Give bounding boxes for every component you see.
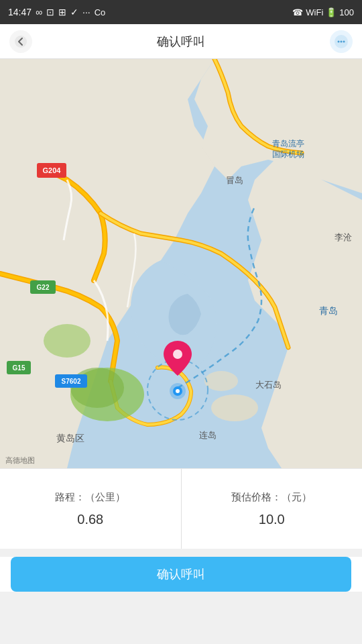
time: 14:47 [8,7,32,17]
svg-point-4 [343,40,345,42]
svg-point-36 [173,350,182,359]
signal-icon: ∞ [36,7,42,17]
svg-text:李沧: 李沧 [335,232,352,242]
confirm-button[interactable]: 确认呼叫 [11,557,351,592]
page-title: 确认呼叫 [157,34,205,50]
phone-icon: ☎ [292,7,303,17]
svg-text:G15: G15 [13,364,25,372]
battery-icon: 🔋 [326,7,337,17]
svg-point-3 [341,40,343,42]
check-icon: ✓ [70,7,78,17]
svg-text:连岛: 连岛 [199,430,217,440]
header: 确认呼叫 [0,24,362,59]
distance-value: 0.68 [77,512,103,527]
price-cell: 预估价格：（元） 10.0 [182,469,363,549]
svg-text:黄岛区: 黄岛区 [56,433,84,443]
image-icon: ⊞ [58,7,66,17]
back-button[interactable] [9,30,32,53]
svg-text:国际机场: 国际机场 [272,150,304,159]
svg-point-2 [338,40,340,42]
svg-point-34 [176,389,180,393]
svg-text:青岛: 青岛 [319,305,338,316]
map-watermark: 高德地图 [5,455,35,466]
wifi-icon: WiFi [306,7,323,17]
info-panel: 路程：（公里） 0.68 预估价格：（元） 10.0 [0,468,362,549]
svg-point-10 [204,371,238,391]
svg-text:冒岛: 冒岛 [226,175,243,185]
dots-icon: ··· [82,7,90,17]
svg-text:青岛流亭: 青岛流亭 [272,139,304,148]
svg-text:G204: G204 [43,166,62,174]
distance-cell: 路程：（公里） 0.68 [0,469,182,549]
svg-text:S7602: S7602 [62,378,81,385]
svg-text:大石岛: 大石岛 [255,380,282,390]
bottom-bar: 确认呼叫 [0,557,362,592]
status-bar: 14:47 ∞ ⊡ ⊞ ✓ ··· Co ☎ WiFi 🔋 100 [0,0,362,24]
back-icon [14,35,27,48]
svg-point-9 [211,394,258,421]
map-svg: G204 G22 G15 S7602 青岛流亭 国际机场 冒岛 李沧 青岛 大石… [0,59,362,468]
map-area: G204 G22 G15 S7602 青岛流亭 国际机场 冒岛 李沧 青岛 大石… [0,59,362,468]
co-label: Co [95,7,106,17]
svg-point-0 [15,36,27,48]
menu-button[interactable] [330,30,353,53]
svg-text:G22: G22 [37,284,50,291]
price-value: 10.0 [259,512,285,527]
distance-label: 路程：（公里） [55,491,125,504]
menu-icon [334,34,349,49]
status-right: ☎ WiFi 🔋 100 [292,7,354,17]
price-label: 预估价格：（元） [231,491,312,504]
battery-level: 100 [339,7,354,17]
svg-point-13 [44,324,90,358]
status-left: 14:47 ∞ ⊡ ⊞ ✓ ··· Co [8,7,105,17]
sim-icon: ⊡ [46,7,54,17]
